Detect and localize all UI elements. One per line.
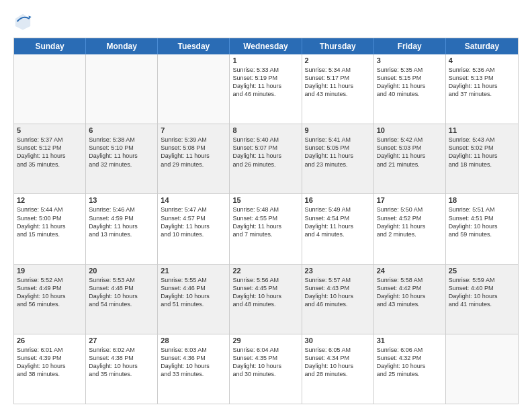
header-day-saturday: Saturday xyxy=(446,38,518,54)
cal-cell-12: 12Sunrise: 5:44 AMSunset: 5:00 PMDayligh… xyxy=(14,194,86,263)
cal-cell-7: 7Sunrise: 5:39 AMSunset: 5:08 PMDaylight… xyxy=(158,124,230,193)
cell-info: Sunrise: 5:46 AMSunset: 4:59 PMDaylight:… xyxy=(89,205,154,238)
day-number: 24 xyxy=(377,267,443,275)
cell-info: Sunrise: 5:39 AMSunset: 5:08 PMDaylight:… xyxy=(161,136,226,169)
day-number: 14 xyxy=(161,196,226,204)
cal-cell-14: 14Sunrise: 5:47 AMSunset: 4:57 PMDayligh… xyxy=(158,194,230,263)
cal-cell-25: 25Sunrise: 5:59 AMSunset: 4:40 PMDayligh… xyxy=(446,265,518,334)
cal-cell-30: 30Sunrise: 6:05 AMSunset: 4:34 PMDayligh… xyxy=(302,334,374,404)
cal-cell-3: 3Sunrise: 5:35 AMSunset: 5:15 PMDaylight… xyxy=(374,54,446,124)
day-number: 23 xyxy=(305,267,371,275)
day-number: 5 xyxy=(17,126,83,134)
cal-cell-27: 27Sunrise: 6:02 AMSunset: 4:38 PMDayligh… xyxy=(86,334,158,404)
day-number: 11 xyxy=(449,126,515,134)
cal-cell-5: 5Sunrise: 5:37 AMSunset: 5:12 PMDaylight… xyxy=(14,124,86,193)
day-number: 7 xyxy=(161,126,226,134)
cell-info: Sunrise: 5:49 AMSunset: 4:54 PMDaylight:… xyxy=(305,205,371,238)
cell-info: Sunrise: 6:05 AMSunset: 4:34 PMDaylight:… xyxy=(305,346,371,379)
cell-info: Sunrise: 6:01 AMSunset: 4:39 PMDaylight:… xyxy=(17,346,83,379)
cell-info: Sunrise: 5:59 AMSunset: 4:40 PMDaylight:… xyxy=(449,276,515,309)
logo-icon xyxy=(13,12,32,31)
cal-cell-19: 19Sunrise: 5:52 AMSunset: 4:49 PMDayligh… xyxy=(14,265,86,334)
cell-info: Sunrise: 5:43 AMSunset: 5:02 PMDaylight:… xyxy=(449,136,515,169)
day-number: 13 xyxy=(89,196,154,204)
cell-info: Sunrise: 6:04 AMSunset: 4:35 PMDaylight:… xyxy=(232,346,298,379)
calendar-body: 1Sunrise: 5:33 AMSunset: 5:19 PMDaylight… xyxy=(14,54,518,404)
day-number: 28 xyxy=(161,336,226,345)
cell-info: Sunrise: 5:50 AMSunset: 4:52 PMDaylight:… xyxy=(377,205,443,238)
day-number: 15 xyxy=(232,196,298,204)
cell-info: Sunrise: 5:33 AMSunset: 5:19 PMDaylight:… xyxy=(232,66,298,99)
cal-cell-empty-1 xyxy=(86,54,158,124)
header-day-sunday: Sunday xyxy=(14,38,86,54)
cal-cell-2: 2Sunrise: 5:34 AMSunset: 5:17 PMDaylight… xyxy=(302,54,374,124)
day-number: 30 xyxy=(305,336,371,345)
day-number: 8 xyxy=(232,126,298,134)
cal-cell-1: 1Sunrise: 5:33 AMSunset: 5:19 PMDaylight… xyxy=(230,54,302,124)
svg-marker-0 xyxy=(15,14,30,30)
header-day-wednesday: Wednesday xyxy=(230,38,302,54)
cal-cell-26: 26Sunrise: 6:01 AMSunset: 4:39 PMDayligh… xyxy=(14,334,86,404)
day-number: 29 xyxy=(232,336,298,345)
cal-cell-empty-2 xyxy=(158,54,230,124)
week-row-0: 1Sunrise: 5:33 AMSunset: 5:19 PMDaylight… xyxy=(14,54,518,124)
header-day-friday: Friday xyxy=(374,38,446,54)
week-row-3: 19Sunrise: 5:52 AMSunset: 4:49 PMDayligh… xyxy=(14,264,518,334)
cal-cell-18: 18Sunrise: 5:51 AMSunset: 4:51 PMDayligh… xyxy=(446,194,518,263)
cal-cell-13: 13Sunrise: 5:46 AMSunset: 4:59 PMDayligh… xyxy=(86,194,158,263)
cell-info: Sunrise: 5:41 AMSunset: 5:05 PMDaylight:… xyxy=(305,136,371,169)
cell-info: Sunrise: 6:02 AMSunset: 4:38 PMDaylight:… xyxy=(89,346,154,379)
day-number: 4 xyxy=(449,56,515,64)
logo xyxy=(13,12,35,31)
cell-info: Sunrise: 5:56 AMSunset: 4:45 PMDaylight:… xyxy=(232,276,298,309)
day-number: 10 xyxy=(377,126,443,134)
day-number: 20 xyxy=(89,267,154,275)
cal-cell-16: 16Sunrise: 5:49 AMSunset: 4:54 PMDayligh… xyxy=(302,194,374,263)
week-row-4: 26Sunrise: 6:01 AMSunset: 4:39 PMDayligh… xyxy=(14,334,518,404)
cal-cell-empty-0 xyxy=(14,54,86,124)
cell-info: Sunrise: 5:44 AMSunset: 5:00 PMDaylight:… xyxy=(17,205,83,238)
cal-cell-6: 6Sunrise: 5:38 AMSunset: 5:10 PMDaylight… xyxy=(86,124,158,193)
day-number: 22 xyxy=(232,267,298,275)
cell-info: Sunrise: 5:38 AMSunset: 5:10 PMDaylight:… xyxy=(89,136,154,169)
header xyxy=(13,12,519,31)
day-number: 25 xyxy=(449,267,515,275)
cell-info: Sunrise: 5:53 AMSunset: 4:48 PMDaylight:… xyxy=(89,276,154,309)
cal-cell-10: 10Sunrise: 5:42 AMSunset: 5:03 PMDayligh… xyxy=(374,124,446,193)
cell-info: Sunrise: 5:52 AMSunset: 4:49 PMDaylight:… xyxy=(17,276,83,309)
cal-cell-23: 23Sunrise: 5:57 AMSunset: 4:43 PMDayligh… xyxy=(302,265,374,334)
cal-cell-21: 21Sunrise: 5:55 AMSunset: 4:46 PMDayligh… xyxy=(158,265,230,334)
day-number: 26 xyxy=(17,336,83,345)
day-number: 3 xyxy=(377,56,443,64)
cal-cell-31: 31Sunrise: 6:06 AMSunset: 4:32 PMDayligh… xyxy=(374,334,446,404)
week-row-1: 5Sunrise: 5:37 AMSunset: 5:12 PMDaylight… xyxy=(14,124,518,193)
cal-cell-9: 9Sunrise: 5:41 AMSunset: 5:05 PMDaylight… xyxy=(302,124,374,193)
cal-cell-15: 15Sunrise: 5:48 AMSunset: 4:55 PMDayligh… xyxy=(230,194,302,263)
header-day-thursday: Thursday xyxy=(302,38,374,54)
day-number: 21 xyxy=(161,267,226,275)
cal-cell-28: 28Sunrise: 6:03 AMSunset: 4:36 PMDayligh… xyxy=(158,334,230,404)
day-number: 2 xyxy=(305,56,371,64)
cell-info: Sunrise: 5:35 AMSunset: 5:15 PMDaylight:… xyxy=(377,66,443,99)
cell-info: Sunrise: 5:40 AMSunset: 5:07 PMDaylight:… xyxy=(232,136,298,169)
cal-cell-17: 17Sunrise: 5:50 AMSunset: 4:52 PMDayligh… xyxy=(374,194,446,263)
week-row-2: 12Sunrise: 5:44 AMSunset: 5:00 PMDayligh… xyxy=(14,193,518,263)
cell-info: Sunrise: 5:51 AMSunset: 4:51 PMDaylight:… xyxy=(449,205,515,238)
calendar: SundayMondayTuesdayWednesdayThursdayFrid… xyxy=(13,38,519,404)
cal-cell-empty-6 xyxy=(446,334,518,404)
cal-cell-4: 4Sunrise: 5:36 AMSunset: 5:13 PMDaylight… xyxy=(446,54,518,124)
cell-info: Sunrise: 6:03 AMSunset: 4:36 PMDaylight:… xyxy=(161,346,226,379)
cell-info: Sunrise: 5:55 AMSunset: 4:46 PMDaylight:… xyxy=(161,276,226,309)
day-number: 12 xyxy=(17,196,83,204)
cell-info: Sunrise: 5:57 AMSunset: 4:43 PMDaylight:… xyxy=(305,276,371,309)
cell-info: Sunrise: 5:36 AMSunset: 5:13 PMDaylight:… xyxy=(449,66,515,99)
cell-info: Sunrise: 5:58 AMSunset: 4:42 PMDaylight:… xyxy=(377,276,443,309)
cell-info: Sunrise: 5:47 AMSunset: 4:57 PMDaylight:… xyxy=(161,205,226,238)
day-number: 27 xyxy=(89,336,154,345)
page: SundayMondayTuesdayWednesdayThursdayFrid… xyxy=(0,0,532,411)
day-number: 17 xyxy=(377,196,443,204)
cal-cell-11: 11Sunrise: 5:43 AMSunset: 5:02 PMDayligh… xyxy=(446,124,518,193)
cal-cell-24: 24Sunrise: 5:58 AMSunset: 4:42 PMDayligh… xyxy=(374,265,446,334)
day-number: 6 xyxy=(89,126,154,134)
day-number: 19 xyxy=(17,267,83,275)
